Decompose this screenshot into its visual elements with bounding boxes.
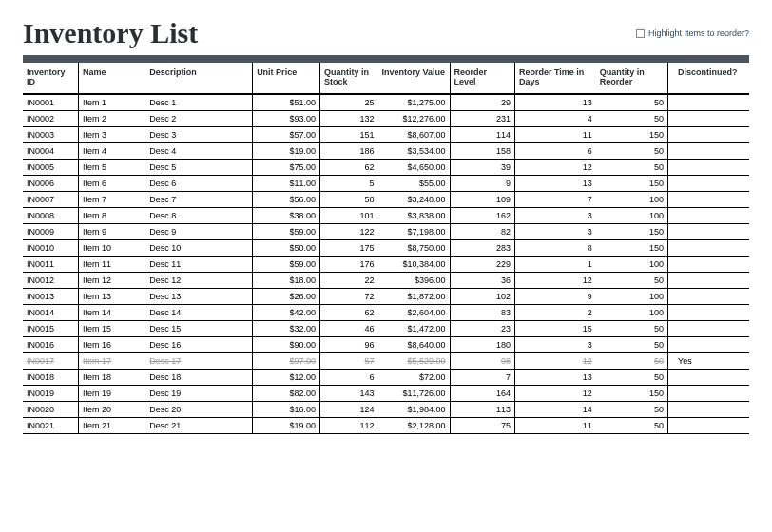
cell-quantity-in-stock: 62 [319,159,377,175]
table-row: IN0021Item 21Desc 21$19.00112$2,128.0075… [23,417,749,433]
cell-quantity-in-stock: 22 [319,272,377,288]
cell-description: Desc 5 [145,159,252,175]
cell-discontinued: Yes [668,352,750,369]
cell-quantity-reorder: 100 [596,288,668,304]
table-row: IN0008Item 8Desc 8$38.00101$3,838.001623… [23,207,749,223]
cell-discontinued [668,401,750,417]
cell-unit-price: $59.00 [253,256,320,272]
table-row: IN0019Item 19Desc 19$82.00143$11,726.001… [23,385,749,401]
cell-inventory-id: IN0021 [23,417,79,433]
cell-quantity-reorder: 50 [596,352,668,369]
cell-unit-price: $75.00 [253,159,320,175]
cell-inventory-id: IN0004 [23,142,79,159]
cell-discontinued [668,288,750,304]
cell-quantity-reorder: 100 [596,207,668,223]
inventory-table: Inventory ID Name Description Unit Price… [23,63,749,434]
cell-name: Item 19 [79,385,146,401]
cell-reorder-level: 83 [450,304,514,320]
cell-quantity-in-stock: 72 [319,288,377,304]
cell-description: Desc 4 [145,142,252,159]
cell-reorder-time: 3 [514,336,595,352]
cell-reorder-time: 12 [514,385,595,401]
table-row: IN0015Item 15Desc 15$32.0046$1,472.00231… [23,320,749,336]
cell-unit-price: $32.00 [253,320,320,336]
cell-reorder-level: 113 [450,401,514,417]
cell-description: Desc 12 [145,272,252,288]
cell-unit-price: $12.00 [253,369,320,385]
cell-inventory-value: $2,604.00 [377,304,450,320]
cell-inventory-id: IN0019 [23,385,79,401]
table-header-row: Inventory ID Name Description Unit Price… [23,63,749,94]
cell-quantity-reorder: 50 [596,142,668,159]
cell-name: Item 17 [79,352,146,369]
header-rule [23,55,749,63]
highlight-reorder-label: Highlight Items to reorder? [648,28,749,38]
cell-inventory-value: $7,198.00 [377,223,450,239]
cell-inventory-value: $1,984.00 [377,401,450,417]
cell-reorder-time: 14 [514,401,595,417]
cell-quantity-in-stock: 96 [319,336,377,352]
cell-quantity-in-stock: 132 [319,110,377,126]
cell-reorder-time: 6 [514,142,595,159]
table-row: IN0020Item 20Desc 20$16.00124$1,984.0011… [23,401,749,417]
cell-discontinued [668,159,750,175]
cell-name: Item 21 [79,417,146,433]
table-row: IN0002Item 2Desc 2$93.00132$12,276.00231… [23,110,749,126]
cell-unit-price: $18.00 [253,272,320,288]
cell-inventory-value: $1,472.00 [377,320,450,336]
cell-unit-price: $56.00 [253,191,320,207]
cell-discontinued [668,142,750,159]
cell-description: Desc 17 [145,352,252,369]
cell-inventory-value: $3,248.00 [377,191,450,207]
table-row: IN0013Item 13Desc 13$26.0072$1,872.00102… [23,288,749,304]
cell-quantity-in-stock: 176 [319,256,377,272]
cell-quantity-in-stock: 122 [319,223,377,239]
cell-name: Item 15 [79,320,146,336]
highlight-reorder-checkbox[interactable]: Highlight Items to reorder? [636,28,749,38]
cell-quantity-reorder: 100 [596,304,668,320]
cell-unit-price: $26.00 [253,288,320,304]
table-row: IN0004Item 4Desc 4$19.00186$3,534.001586… [23,142,749,159]
cell-name: Item 2 [79,110,146,126]
cell-unit-price: $19.00 [253,142,320,159]
cell-description: Desc 7 [145,191,252,207]
cell-discontinued [668,175,750,191]
cell-inventory-value: $12,276.00 [377,110,450,126]
cell-reorder-level: 7 [450,369,514,385]
cell-discontinued [668,417,750,433]
cell-reorder-time: 2 [514,304,595,320]
cell-quantity-in-stock: 101 [319,207,377,223]
cell-description: Desc 19 [145,385,252,401]
table-row: IN0010Item 10Desc 10$50.00175$8,750.0028… [23,239,749,256]
cell-description: Desc 13 [145,288,252,304]
cell-reorder-time: 3 [514,223,595,239]
cell-unit-price: $93.00 [253,110,320,126]
cell-discontinued [668,223,750,239]
cell-inventory-id: IN0017 [23,352,79,369]
cell-discontinued [668,191,750,207]
cell-quantity-reorder: 50 [596,369,668,385]
cell-inventory-value: $11,726.00 [377,385,450,401]
cell-quantity-in-stock: 143 [319,385,377,401]
cell-quantity-reorder: 150 [596,385,668,401]
cell-inventory-id: IN0012 [23,272,79,288]
cell-reorder-level: 23 [450,320,514,336]
cell-name: Item 1 [79,94,146,111]
cell-description: Desc 2 [145,110,252,126]
col-name: Name [79,63,146,94]
cell-inventory-id: IN0001 [23,94,79,111]
cell-quantity-reorder: 50 [596,272,668,288]
cell-quantity-reorder: 150 [596,239,668,256]
cell-discontinued [668,126,750,142]
cell-inventory-value: $8,607.00 [377,126,450,142]
cell-reorder-level: 102 [450,288,514,304]
cell-unit-price: $38.00 [253,207,320,223]
table-row: IN0005Item 5Desc 5$75.0062$4,650.0039125… [23,159,749,175]
cell-inventory-id: IN0016 [23,336,79,352]
cell-description: Desc 14 [145,304,252,320]
cell-quantity-reorder: 50 [596,401,668,417]
cell-quantity-in-stock: 151 [319,126,377,142]
cell-name: Item 11 [79,256,146,272]
cell-reorder-time: 11 [514,126,595,142]
cell-description: Desc 8 [145,207,252,223]
